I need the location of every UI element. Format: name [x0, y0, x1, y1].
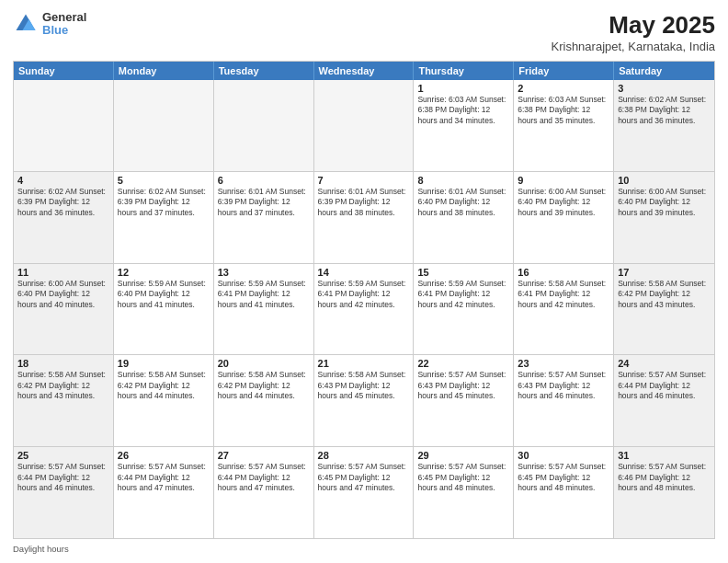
day-info: Sunrise: 6:02 AM Sunset: 6:38 PM Dayligh… [618, 95, 711, 126]
day-number: 15 [417, 267, 509, 278]
calendar-week-row: 11Sunrise: 6:00 AM Sunset: 6:40 PM Dayli… [14, 263, 714, 355]
day-info: Sunrise: 5:57 AM Sunset: 6:44 PM Dayligh… [17, 462, 109, 493]
day-info: Sunrise: 5:57 AM Sunset: 6:43 PM Dayligh… [417, 370, 509, 401]
footer: Daylight hours [13, 544, 715, 554]
logo-line2: Blue [42, 24, 86, 37]
day-number: 9 [518, 175, 609, 186]
day-number: 4 [17, 175, 109, 186]
day-number: 27 [218, 450, 310, 461]
calendar-header: SundayMondayTuesdayWednesdayThursdayFrid… [14, 62, 714, 80]
day-number: 26 [118, 450, 210, 461]
calendar-body: 1Sunrise: 6:03 AM Sunset: 6:38 PM Daylig… [14, 80, 714, 538]
calendar-week-row: 25Sunrise: 5:57 AM Sunset: 6:44 PM Dayli… [14, 446, 714, 538]
calendar-week-row: 4Sunrise: 6:02 AM Sunset: 6:39 PM Daylig… [14, 171, 714, 263]
header: General Blue May 2025 Krishnarajpet, Kar… [13, 11, 715, 53]
calendar-cell: 1Sunrise: 6:03 AM Sunset: 6:38 PM Daylig… [414, 80, 514, 171]
day-info: Sunrise: 5:59 AM Sunset: 6:41 PM Dayligh… [218, 279, 310, 310]
footer-label: Daylight hours [13, 544, 69, 554]
day-info: Sunrise: 6:00 AM Sunset: 6:40 PM Dayligh… [618, 187, 711, 218]
day-number: 6 [218, 175, 310, 186]
day-number: 7 [318, 175, 410, 186]
day-number: 23 [518, 358, 609, 369]
calendar-cell: 14Sunrise: 5:59 AM Sunset: 6:41 PM Dayli… [314, 264, 415, 355]
day-number: 11 [17, 267, 109, 278]
calendar-cell: 27Sunrise: 5:57 AM Sunset: 6:44 PM Dayli… [214, 447, 314, 538]
day-info: Sunrise: 5:58 AM Sunset: 6:42 PM Dayligh… [618, 279, 711, 310]
day-info: Sunrise: 6:00 AM Sunset: 6:40 PM Dayligh… [518, 187, 609, 218]
calendar-week-row: 1Sunrise: 6:03 AM Sunset: 6:38 PM Daylig… [14, 80, 714, 171]
calendar-cell: 10Sunrise: 6:00 AM Sunset: 6:40 PM Dayli… [614, 172, 714, 263]
weekday-header: Monday [114, 62, 214, 80]
day-info: Sunrise: 6:01 AM Sunset: 6:39 PM Dayligh… [218, 187, 310, 218]
calendar-cell: 30Sunrise: 5:57 AM Sunset: 6:45 PM Dayli… [514, 447, 614, 538]
day-info: Sunrise: 5:57 AM Sunset: 6:45 PM Dayligh… [417, 462, 509, 493]
calendar-cell: 22Sunrise: 5:57 AM Sunset: 6:43 PM Dayli… [414, 355, 514, 446]
day-info: Sunrise: 6:03 AM Sunset: 6:38 PM Dayligh… [417, 95, 509, 126]
day-info: Sunrise: 5:57 AM Sunset: 6:43 PM Dayligh… [518, 370, 609, 401]
calendar-cell: 13Sunrise: 5:59 AM Sunset: 6:41 PM Dayli… [214, 264, 314, 355]
day-number: 18 [17, 358, 109, 369]
day-number: 30 [518, 450, 609, 461]
title-block: May 2025 Krishnarajpet, Karnataka, India [552, 11, 716, 53]
calendar-cell: 18Sunrise: 5:58 AM Sunset: 6:42 PM Dayli… [14, 355, 114, 446]
day-info: Sunrise: 5:57 AM Sunset: 6:44 PM Dayligh… [618, 370, 711, 401]
calendar-cell: 11Sunrise: 6:00 AM Sunset: 6:40 PM Dayli… [14, 264, 114, 355]
weekday-header: Thursday [414, 62, 514, 80]
day-info: Sunrise: 5:58 AM Sunset: 6:42 PM Dayligh… [218, 370, 310, 401]
day-number: 12 [118, 267, 210, 278]
day-number: 1 [417, 83, 509, 94]
logo-text: General Blue [42, 11, 86, 38]
calendar-cell: 5Sunrise: 6:02 AM Sunset: 6:39 PM Daylig… [114, 172, 214, 263]
day-info: Sunrise: 5:59 AM Sunset: 6:41 PM Dayligh… [318, 279, 410, 310]
calendar-cell: 25Sunrise: 5:57 AM Sunset: 6:44 PM Dayli… [14, 447, 114, 538]
day-number: 22 [417, 358, 509, 369]
day-number: 2 [518, 83, 609, 94]
calendar-cell: 15Sunrise: 5:59 AM Sunset: 6:41 PM Dayli… [414, 264, 514, 355]
calendar-cell: 12Sunrise: 5:59 AM Sunset: 6:40 PM Dayli… [114, 264, 214, 355]
day-info: Sunrise: 5:57 AM Sunset: 6:45 PM Dayligh… [518, 462, 609, 493]
calendar-week-row: 18Sunrise: 5:58 AM Sunset: 6:42 PM Dayli… [14, 354, 714, 446]
logo-icon [13, 11, 39, 37]
day-info: Sunrise: 5:59 AM Sunset: 6:40 PM Dayligh… [118, 279, 210, 310]
day-number: 20 [218, 358, 310, 369]
weekday-header: Tuesday [214, 62, 314, 80]
calendar-cell: 7Sunrise: 6:01 AM Sunset: 6:39 PM Daylig… [314, 172, 415, 263]
calendar-cell: 24Sunrise: 5:57 AM Sunset: 6:44 PM Dayli… [614, 355, 714, 446]
calendar-cell: 16Sunrise: 5:58 AM Sunset: 6:41 PM Dayli… [514, 264, 614, 355]
calendar-cell: 8Sunrise: 6:01 AM Sunset: 6:40 PM Daylig… [414, 172, 514, 263]
calendar-cell [314, 80, 415, 171]
day-info: Sunrise: 6:00 AM Sunset: 6:40 PM Dayligh… [17, 279, 109, 310]
day-number: 13 [218, 267, 310, 278]
day-number: 14 [318, 267, 410, 278]
day-info: Sunrise: 6:01 AM Sunset: 6:40 PM Dayligh… [417, 187, 509, 218]
day-number: 29 [417, 450, 509, 461]
day-info: Sunrise: 6:02 AM Sunset: 6:39 PM Dayligh… [17, 187, 109, 218]
weekday-header: Sunday [14, 62, 114, 80]
calendar-cell: 4Sunrise: 6:02 AM Sunset: 6:39 PM Daylig… [14, 172, 114, 263]
calendar-cell: 17Sunrise: 5:58 AM Sunset: 6:42 PM Dayli… [614, 264, 714, 355]
page: General Blue May 2025 Krishnarajpet, Kar… [0, 0, 728, 563]
day-info: Sunrise: 6:02 AM Sunset: 6:39 PM Dayligh… [118, 187, 210, 218]
day-info: Sunrise: 5:58 AM Sunset: 6:42 PM Dayligh… [118, 370, 210, 401]
day-number: 5 [118, 175, 210, 186]
day-info: Sunrise: 5:58 AM Sunset: 6:43 PM Dayligh… [318, 370, 410, 401]
calendar-cell: 29Sunrise: 5:57 AM Sunset: 6:45 PM Dayli… [414, 447, 514, 538]
day-number: 24 [618, 358, 711, 369]
calendar-cell: 3Sunrise: 6:02 AM Sunset: 6:38 PM Daylig… [614, 80, 714, 171]
day-info: Sunrise: 5:57 AM Sunset: 6:46 PM Dayligh… [618, 462, 711, 493]
calendar-cell: 28Sunrise: 5:57 AM Sunset: 6:45 PM Dayli… [314, 447, 415, 538]
day-number: 8 [417, 175, 509, 186]
calendar-cell: 31Sunrise: 5:57 AM Sunset: 6:46 PM Dayli… [614, 447, 714, 538]
calendar-cell [14, 80, 114, 171]
calendar-cell: 6Sunrise: 6:01 AM Sunset: 6:39 PM Daylig… [214, 172, 314, 263]
day-number: 3 [618, 83, 711, 94]
weekday-header: Wednesday [314, 62, 415, 80]
calendar-cell: 23Sunrise: 5:57 AM Sunset: 6:43 PM Dayli… [514, 355, 614, 446]
day-info: Sunrise: 5:58 AM Sunset: 6:42 PM Dayligh… [17, 370, 109, 401]
day-number: 19 [118, 358, 210, 369]
weekday-header: Friday [514, 62, 614, 80]
calendar-cell [214, 80, 314, 171]
page-subtitle: Krishnarajpet, Karnataka, India [552, 40, 716, 53]
calendar-cell: 26Sunrise: 5:57 AM Sunset: 6:44 PM Dayli… [114, 447, 214, 538]
calendar-cell: 20Sunrise: 5:58 AM Sunset: 6:42 PM Dayli… [214, 355, 314, 446]
